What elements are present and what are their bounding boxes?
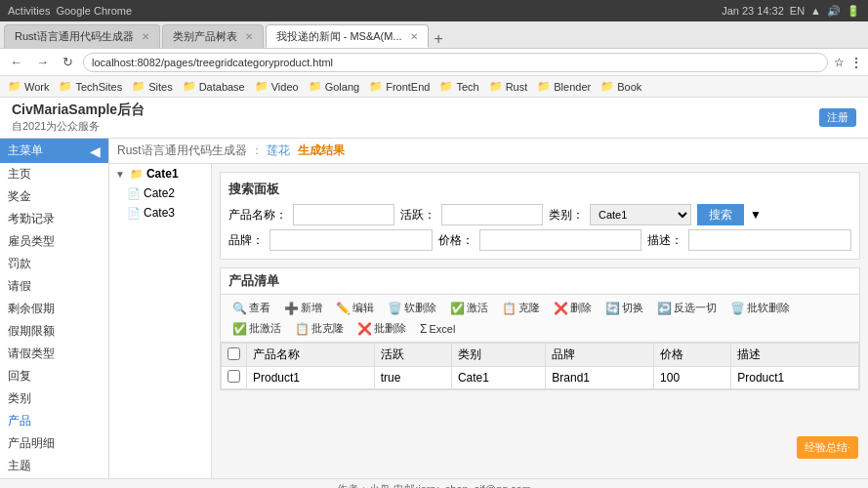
bookmark-tech[interactable]: 📁 Tech: [439, 80, 478, 93]
soft-delete-button[interactable]: 🗑️ 软删除: [382, 299, 442, 317]
toggle-icon: 🔄: [605, 302, 620, 315]
tree-node-cate3[interactable]: 📄 Cate3: [109, 203, 211, 223]
register-button[interactable]: 注册: [819, 108, 856, 127]
sidebar-item-employee-type[interactable]: 雇员类型: [0, 230, 108, 253]
sidebar-toggle[interactable]: ◀: [90, 143, 101, 159]
search-panel-title: 搜索面板: [228, 181, 851, 198]
tree-node-cate2[interactable]: 📄 Cate2: [109, 183, 211, 203]
sidebar-item-product[interactable]: 产品: [0, 410, 108, 432]
activate-button[interactable]: ✅ 激活: [444, 299, 494, 317]
soft-delete-icon: 🗑️: [388, 302, 402, 315]
bookmark-video-label: Video: [271, 81, 299, 93]
bookmark-frontend[interactable]: 📁 FrontEnd: [369, 80, 430, 93]
sidebar-item-remaining-leave[interactable]: 剩余假期: [0, 298, 108, 320]
bookmark-database[interactable]: 📁 Database: [183, 80, 245, 93]
delete-label: 删除: [570, 301, 592, 315]
bookmark-book[interactable]: 📁 Book: [600, 80, 641, 93]
bookmark-rust[interactable]: 📁 Rust: [489, 80, 528, 93]
sidebar-item-product-detail[interactable]: 产品明细: [0, 432, 108, 455]
folder-icon: 📁: [600, 80, 614, 93]
tab-3-close[interactable]: ✕: [410, 31, 418, 42]
bookmark-golang-label: Golang: [325, 81, 359, 93]
folder-icon: 📁: [130, 168, 144, 181]
reload-button[interactable]: ↻: [59, 53, 77, 71]
tab-1-close[interactable]: ✕: [142, 31, 149, 42]
row-checkbox[interactable]: [227, 370, 240, 383]
product-name-label: 产品名称：: [228, 207, 287, 224]
deselect-all-button[interactable]: ↩️ 反选一切: [651, 299, 723, 317]
price-input[interactable]: [479, 229, 642, 251]
category-select[interactable]: Cate1 Cate2 Cate3: [590, 204, 691, 225]
excel-button[interactable]: Σ Excel: [414, 319, 461, 338]
tab-2[interactable]: 类别产品树表 ✕: [162, 24, 264, 48]
reply-label: 回复: [8, 368, 31, 385]
tab-1[interactable]: Rust语言通用代码生成器 ✕: [4, 24, 160, 48]
bookmark-video[interactable]: 📁 Video: [255, 80, 299, 93]
sidebar-item-reply[interactable]: 回复: [0, 365, 108, 387]
bookmark-icon[interactable]: ☆: [834, 56, 845, 69]
tab-2-close[interactable]: ✕: [245, 31, 253, 42]
address-bar[interactable]: [83, 53, 828, 72]
clone-label: 克隆: [518, 301, 540, 315]
sidebar-item-leave-limit[interactable]: 假期限额: [0, 320, 108, 343]
sidebar-item-leave[interactable]: 请假: [0, 275, 108, 298]
sidebar-item-plan[interactable]: 计划: [0, 477, 108, 478]
toolbar: 🔍 查看 ➕ 新增 ✏️ 编辑 🗑️ 软删除: [221, 295, 859, 343]
search-button[interactable]: 搜索: [697, 204, 744, 225]
leave-label: 请假: [8, 278, 31, 295]
bookmark-golang[interactable]: 📁 Golang: [309, 80, 359, 93]
row-active-cell: true: [374, 367, 451, 389]
bookmark-work[interactable]: 📁 Work: [8, 80, 49, 93]
batch-activate-button[interactable]: ✅ 批激活: [227, 319, 287, 338]
delete-button[interactable]: ❌ 删除: [548, 299, 598, 317]
new-tab-button[interactable]: +: [431, 30, 447, 48]
forward-button[interactable]: →: [32, 53, 53, 71]
product-panel: 产品清单 🔍 查看 ➕ 新增 ✏️ 编辑: [220, 267, 860, 390]
tree-node-cate1[interactable]: ▼ 📁 Cate1: [109, 164, 211, 183]
batch-soft-delete-button[interactable]: 🗑️ 批软删除: [724, 299, 796, 317]
breadcrumb: Rust语言通用代码生成器 ： 莲花 生成结果: [109, 139, 868, 164]
sidebar-item-category[interactable]: 类别: [0, 387, 108, 410]
view-button[interactable]: 🔍 查看: [227, 299, 276, 317]
bookmark-techsites-label: TechSites: [75, 81, 122, 93]
sidebar-item-penalty[interactable]: 罚款: [0, 253, 108, 275]
bookmark-blender[interactable]: 📁 Blender: [537, 80, 591, 93]
leave-limit-label: 假期限额: [8, 323, 55, 340]
toggle-button[interactable]: 🔄 切换: [599, 299, 649, 317]
active-input[interactable]: [441, 204, 543, 225]
bookmark-techsites[interactable]: 📁 TechSites: [59, 80, 122, 93]
edit-button[interactable]: ✏️ 编辑: [330, 299, 380, 317]
app-subtitle: 自2021为公众服务: [12, 119, 145, 134]
battery-icon: 🔋: [847, 5, 860, 18]
batch-delete-button[interactable]: ❌ 批删除: [351, 319, 412, 338]
folder-icon: 📁: [8, 80, 21, 93]
sidebar-item-home[interactable]: 主页: [0, 163, 108, 185]
right-panel: 搜索面板 产品名称： 活跃： 类别： Cate1 Cate2 Cate3 搜索: [212, 164, 868, 478]
back-button[interactable]: ←: [6, 53, 26, 71]
sidebar-item-bonus[interactable]: 奖金: [0, 185, 108, 208]
active-label: 活跃：: [400, 207, 435, 224]
folder-icon: 📁: [183, 80, 196, 93]
brand-input[interactable]: [269, 229, 433, 251]
product-panel-title: 产品清单: [221, 268, 859, 295]
sidebar-item-attendance[interactable]: 考勤记录: [0, 208, 108, 230]
desc-input[interactable]: [688, 229, 851, 251]
add-button[interactable]: ➕ 新增: [278, 299, 328, 317]
home-label: 主页: [8, 166, 31, 183]
view-icon: 🔍: [232, 302, 247, 315]
select-all-checkbox[interactable]: [227, 347, 240, 360]
bookmark-sites[interactable]: 📁 Sites: [132, 80, 172, 93]
search-dropdown-icon[interactable]: ▼: [750, 208, 851, 222]
treegrid-layout: ▼ 📁 Cate1 📄 Cate2 📄 Cate3 搜索面板: [109, 164, 868, 478]
sidebar-item-leave-type[interactable]: 请假类型: [0, 343, 108, 365]
sidebar-item-theme[interactable]: 主题: [0, 455, 108, 477]
activities-label[interactable]: Activities: [8, 5, 50, 17]
settings-icon[interactable]: ⋮: [850, 56, 862, 69]
batch-activate-icon: ✅: [232, 322, 247, 336]
product-name-input[interactable]: [293, 204, 394, 225]
tab-3[interactable]: 我投递的新闻 - MS&A(M... ✕: [266, 24, 429, 48]
batch-clone-button[interactable]: 📋 批克隆: [289, 319, 350, 338]
row-checkbox-cell: [222, 367, 247, 389]
theme-label: 主题: [8, 458, 31, 474]
clone-button[interactable]: 📋 克隆: [496, 299, 546, 317]
